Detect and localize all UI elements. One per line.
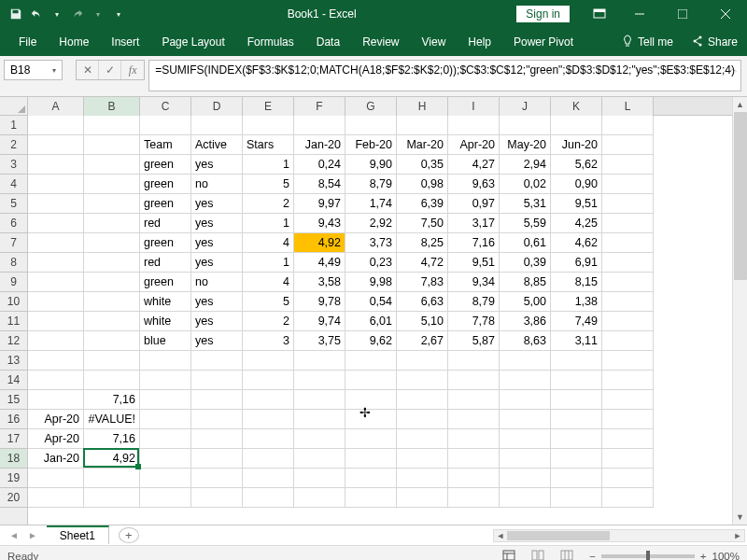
col-header-A[interactable]: A [28, 97, 84, 116]
cell[interactable]: 6,63 [397, 292, 448, 312]
cell[interactable] [500, 469, 551, 488]
cell[interactable] [602, 312, 654, 331]
cell[interactable] [191, 488, 243, 508]
cell[interactable] [602, 488, 654, 508]
cell[interactable]: 1 [243, 155, 294, 175]
cell[interactable]: 8,25 [397, 233, 448, 253]
cell[interactable] [551, 371, 602, 390]
cell[interactable] [551, 116, 602, 135]
zoom-controls[interactable]: − + 100% [589, 551, 740, 561]
page-break-view-icon[interactable] [554, 547, 580, 560]
tab-page-layout[interactable]: Page Layout [150, 28, 235, 56]
cell[interactable]: 3,75 [294, 331, 345, 351]
cell[interactable] [140, 351, 191, 371]
row-header-9[interactable]: 9 [0, 273, 27, 292]
cell[interactable] [28, 194, 84, 214]
cell[interactable] [345, 371, 397, 390]
cell[interactable] [28, 214, 84, 233]
cell[interactable]: yes [191, 155, 243, 175]
row-header-6[interactable]: 6 [0, 214, 27, 233]
tab-help[interactable]: Help [457, 28, 502, 56]
cell[interactable]: 2,67 [397, 331, 448, 351]
tab-view[interactable]: View [411, 28, 458, 56]
cell[interactable] [602, 116, 654, 135]
cell[interactable]: 5,59 [500, 214, 551, 233]
formula-input[interactable]: =SUMIFS(INDEX($F$3:$K$12;0;MATCH(A18;$F$… [148, 60, 741, 91]
cell[interactable]: 9,98 [345, 273, 397, 292]
col-header-L[interactable]: L [602, 97, 654, 116]
hscroll-thumb[interactable] [507, 531, 610, 540]
cell[interactable] [602, 155, 654, 175]
cell[interactable] [140, 449, 191, 469]
cell[interactable]: 8,85 [500, 273, 551, 292]
cell[interactable] [28, 488, 84, 508]
cell[interactable] [551, 351, 602, 371]
col-header-H[interactable]: H [397, 97, 448, 116]
cell[interactable] [397, 410, 448, 429]
cell[interactable] [243, 351, 294, 371]
cell[interactable] [140, 371, 191, 390]
cell[interactable] [345, 449, 397, 469]
cell[interactable] [345, 469, 397, 488]
tab-review[interactable]: Review [351, 28, 410, 56]
cell[interactable] [397, 351, 448, 371]
signin-button[interactable]: Sign in [516, 6, 570, 22]
cell[interactable] [500, 390, 551, 410]
cell[interactable]: white [140, 292, 191, 312]
scroll-down-icon[interactable]: ▼ [733, 510, 747, 525]
zoom-slider[interactable] [601, 554, 695, 558]
cell[interactable] [84, 214, 140, 233]
cell[interactable]: 5 [243, 292, 294, 312]
sheet-tab-sheet1[interactable]: Sheet1 [47, 525, 109, 544]
cell[interactable]: 5,87 [448, 331, 500, 351]
cell[interactable]: 7,83 [397, 273, 448, 292]
cell[interactable] [551, 469, 602, 488]
cell[interactable] [397, 449, 448, 469]
cell[interactable] [28, 253, 84, 273]
cell[interactable] [397, 371, 448, 390]
cell[interactable]: 1,38 [551, 292, 602, 312]
cell[interactable]: Apr-20 [28, 410, 84, 429]
scroll-up-icon[interactable]: ▲ [733, 97, 747, 112]
cell[interactable] [28, 292, 84, 312]
enter-icon[interactable]: ✓ [99, 61, 121, 79]
cell[interactable] [84, 371, 140, 390]
cell[interactable] [448, 488, 500, 508]
cell[interactable] [602, 351, 654, 371]
zoom-out-icon[interactable]: − [589, 551, 596, 561]
cell[interactable]: 9,90 [345, 155, 397, 175]
cell[interactable] [551, 488, 602, 508]
cell[interactable]: 0,39 [500, 253, 551, 273]
cell[interactable]: 9,51 [448, 253, 500, 273]
close-button[interactable] [704, 0, 747, 28]
cell[interactable] [602, 449, 654, 469]
select-all-corner[interactable] [0, 97, 28, 116]
redo-dropdown-icon[interactable]: ▾ [90, 6, 106, 22]
cell[interactable] [84, 292, 140, 312]
cell[interactable]: 3 [243, 331, 294, 351]
name-box[interactable]: B18 ▾ [4, 60, 63, 80]
cell[interactable] [345, 116, 397, 135]
cell[interactable]: 6,01 [345, 312, 397, 331]
cell[interactable] [28, 331, 84, 351]
cell[interactable]: green [140, 233, 191, 253]
cell[interactable] [243, 116, 294, 135]
cell[interactable]: 1,74 [345, 194, 397, 214]
cell[interactable] [294, 390, 345, 410]
cell[interactable]: 2 [243, 194, 294, 214]
cell[interactable]: 4,92 [294, 233, 345, 253]
cell[interactable] [28, 155, 84, 175]
fx-icon[interactable]: fx [121, 61, 144, 79]
horizontal-scrollbar[interactable]: ◄ ► [493, 529, 745, 542]
cell[interactable] [84, 273, 140, 292]
cell[interactable] [602, 410, 654, 429]
cell[interactable] [602, 273, 654, 292]
row-header-11[interactable]: 11 [0, 312, 27, 331]
cell[interactable]: 4,62 [551, 233, 602, 253]
cell[interactable]: 9,43 [294, 214, 345, 233]
cell[interactable]: blue [140, 331, 191, 351]
cell[interactable]: #VALUE! [84, 410, 140, 429]
tab-insert[interactable]: Insert [100, 28, 150, 56]
share-button[interactable]: Share [683, 35, 747, 49]
cells-area[interactable]: TeamActiveStarsJan-20Feb-20Mar-20Apr-20M… [28, 116, 732, 525]
